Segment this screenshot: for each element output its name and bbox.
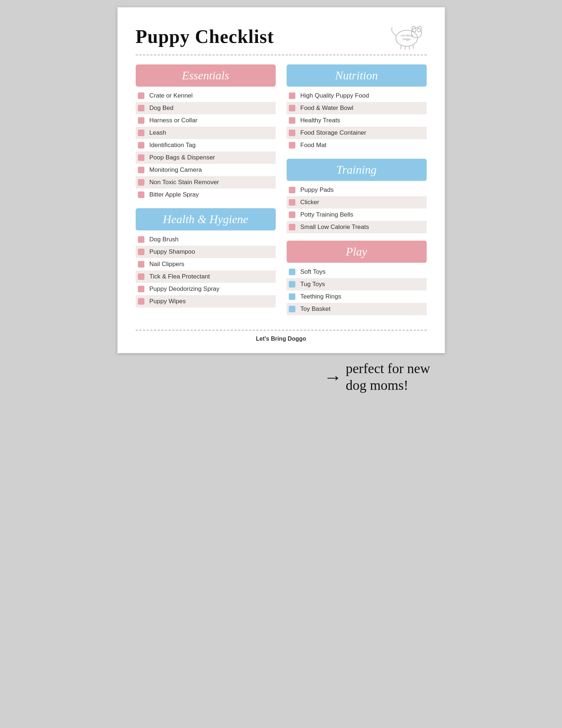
logo-container: Let's Bring Doggo [387, 22, 427, 51]
essentials-header: Essentials [136, 64, 276, 87]
checkbox-icon[interactable] [289, 269, 295, 275]
list-item: Nail Clippers [136, 258, 276, 270]
list-item: Poop Bags & Dispenser [136, 151, 276, 164]
checklist-grid: Essentials Crate or Kennel Dog Bed Harne… [136, 64, 427, 323]
list-item: Puppy Deodorizing Spray [136, 283, 276, 295]
list-item: Toy Basket [287, 303, 427, 315]
right-column: Nutrition High Quality Puppy Food Food &… [287, 64, 427, 323]
svg-line-7 [413, 45, 414, 49]
checkbox-icon[interactable] [138, 249, 144, 255]
checkbox-icon[interactable] [138, 191, 144, 198]
checkbox-icon[interactable] [138, 92, 144, 99]
checkbox-icon[interactable] [138, 179, 144, 186]
list-item: Puppy Pads [287, 184, 427, 196]
checkbox-icon[interactable] [138, 261, 144, 268]
play-header: Play [287, 241, 427, 263]
checkbox-icon[interactable] [138, 142, 144, 149]
svg-point-1 [411, 28, 422, 38]
checkbox-icon[interactable] [289, 281, 295, 288]
arrow-icon: ← [324, 367, 342, 388]
checkbox-icon[interactable] [289, 105, 295, 111]
checkbox-icon[interactable] [138, 273, 144, 280]
checkbox-icon[interactable] [289, 117, 295, 124]
list-item: Crate or Kennel [136, 90, 276, 102]
checkbox-icon[interactable] [289, 142, 295, 149]
list-item: Soft Toys [287, 266, 427, 278]
page-wrapper: Puppy Checklist [117, 7, 445, 393]
checkbox-icon[interactable] [289, 224, 295, 230]
list-item: Healthy Treats [287, 114, 427, 127]
list-item: Non Toxic Stain Remover [136, 176, 276, 189]
list-item: Tick & Flea Protectant [136, 270, 276, 283]
list-item: Food Storage Container [287, 127, 427, 139]
checkbox-icon[interactable] [138, 236, 144, 243]
left-column: Essentials Crate or Kennel Dog Bed Harne… [136, 64, 276, 323]
list-item: Identification Tag [136, 139, 276, 151]
list-item: Puppy Wipes [136, 295, 276, 308]
list-item: Small Low Calorie Treats [287, 221, 427, 233]
svg-text:Let's Bring: Let's Bring [400, 34, 412, 37]
annotation-text: perfect for newdog moms! [346, 360, 430, 393]
training-section: Training Puppy Pads Clicker Potty Traini… [287, 159, 427, 233]
checkbox-icon[interactable] [289, 199, 295, 206]
list-item: Tug Toys [287, 278, 427, 290]
health-header: Health & Hygiene [136, 208, 276, 230]
checkbox-icon[interactable] [289, 211, 295, 218]
doc-footer: Let's Bring Doggo [136, 330, 427, 342]
checkbox-icon[interactable] [289, 293, 295, 300]
nutrition-section: Nutrition High Quality Puppy Food Food &… [287, 64, 427, 151]
nutrition-header: Nutrition [287, 64, 427, 87]
list-item: Monitoring Camera [136, 164, 276, 176]
doc-header: Puppy Checklist [136, 22, 427, 51]
training-header: Training [287, 159, 427, 181]
checkbox-icon[interactable] [138, 117, 144, 124]
bottom-annotation: ← perfect for newdog moms! [117, 360, 445, 393]
list-item: Harness or Collar [136, 114, 276, 127]
list-item: High Quality Puppy Food [287, 90, 427, 102]
checkbox-icon[interactable] [138, 130, 144, 136]
play-section: Play Soft Toys Tug Toys Teething Rings T… [287, 241, 427, 315]
list-item: Clicker [287, 196, 427, 209]
list-item: Food Mat [287, 139, 427, 151]
checkbox-icon[interactable] [289, 130, 295, 136]
logo-icon: Let's Bring Doggo [387, 22, 427, 51]
page-title: Puppy Checklist [136, 26, 274, 47]
checkbox-icon[interactable] [138, 286, 144, 292]
checkbox-icon[interactable] [289, 187, 295, 193]
list-item: Food & Water Bowl [287, 102, 427, 114]
svg-line-4 [400, 46, 401, 49]
list-item: Bitter Apple Spray [136, 189, 276, 201]
list-item: Leash [136, 127, 276, 139]
document: Puppy Checklist [117, 7, 445, 353]
checkbox-icon[interactable] [289, 306, 295, 312]
checkbox-icon[interactable] [138, 105, 144, 111]
list-item: Puppy Shampoo [136, 246, 276, 258]
list-item: Dog Brush [136, 233, 276, 246]
essentials-section: Essentials Crate or Kennel Dog Bed Harne… [136, 64, 276, 201]
checkbox-icon[interactable] [289, 92, 295, 99]
top-divider [136, 55, 427, 55]
list-item: Teething Rings [287, 290, 427, 303]
checkbox-icon[interactable] [138, 154, 144, 161]
checkbox-icon[interactable] [138, 167, 144, 173]
health-section: Health & Hygiene Dog Brush Puppy Shampoo… [136, 208, 276, 308]
checkbox-icon[interactable] [138, 298, 144, 305]
footer-label: Let's Bring Doggo [256, 336, 306, 342]
svg-line-6 [409, 46, 410, 50]
list-item: Dog Bed [136, 102, 276, 114]
list-item: Potty Training Bells [287, 209, 427, 221]
svg-text:Doggo: Doggo [403, 38, 410, 41]
